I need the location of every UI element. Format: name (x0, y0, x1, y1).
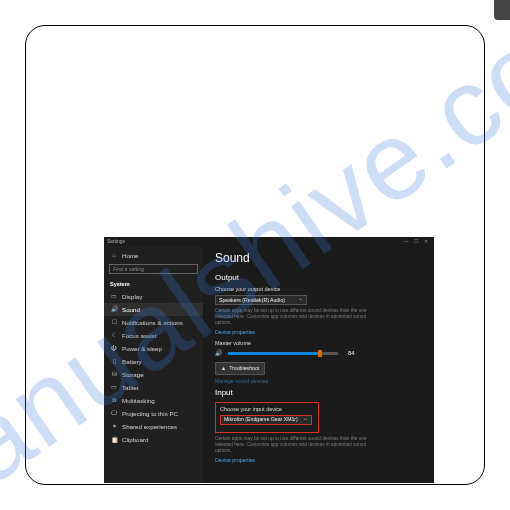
input-choose-label: Choose your input device (220, 406, 314, 413)
output-device-value: Speakers (Realtek(R) Audio) (219, 297, 285, 304)
master-volume-label: Master volume (215, 340, 424, 347)
sidebar-item-label: Display (122, 293, 142, 301)
search-input[interactable]: Find a setting (109, 264, 198, 274)
input-hint: Certain apps may be set up to use differ… (215, 436, 375, 454)
input-device-properties-link[interactable]: Device properties (215, 457, 424, 464)
volume-slider-fill (228, 352, 320, 355)
power-icon: ⏻ (110, 345, 118, 353)
sidebar-section: System (104, 278, 203, 290)
sidebar-item-label: Storage (122, 371, 144, 379)
sidebar-item-label: Notifications & actions (122, 319, 183, 327)
storage-icon: ⛁ (110, 371, 118, 379)
content-pane: Sound Output Choose your output device S… (203, 237, 434, 483)
sound-icon: 🔊 (110, 306, 118, 314)
sidebar-item-label: Power & sleep (122, 345, 162, 353)
volume-slider[interactable] (228, 352, 338, 355)
sidebar-item-label: Sound (122, 306, 140, 314)
input-highlight-box: Choose your input device Mikrofon (Endga… (215, 402, 319, 433)
output-heading: Output (215, 273, 424, 283)
sidebar-home[interactable]: ⌂ Home (104, 249, 203, 262)
sidebar-item-notifications[interactable]: ☐ Notifications & actions (104, 316, 203, 329)
search-placeholder: Find a setting (113, 266, 144, 273)
window-title: Settings (107, 238, 125, 245)
notifications-icon: ☐ (110, 319, 118, 327)
page-corner-stub (494, 0, 510, 20)
settings-window: Settings — ☐ ✕ ⌂ Home Find a setting Sys… (104, 237, 434, 483)
output-device-dropdown[interactable]: Speakers (Realtek(R) Audio) (215, 295, 307, 305)
output-choose-label: Choose your output device (215, 286, 424, 293)
maximize-button[interactable]: ☐ (411, 238, 421, 245)
sidebar-item-battery[interactable]: ▯ Battery (104, 356, 203, 369)
projecting-icon: 🖵 (110, 410, 118, 418)
sidebar-item-label: Focus assist (122, 332, 156, 340)
minimize-button[interactable]: — (401, 238, 411, 245)
sidebar-item-tablet[interactable]: ▭ Tablet (104, 382, 203, 395)
clipboard-icon: 📋 (110, 437, 118, 445)
volume-value: 84 (348, 350, 355, 358)
sidebar-home-label: Home (122, 252, 139, 260)
sidebar-item-label: Projecting to this PC (122, 410, 178, 418)
sidebar-item-projecting[interactable]: 🖵 Projecting to this PC (104, 408, 203, 421)
sidebar-item-label: Shared experiences (122, 423, 177, 431)
speaker-icon: 🔊 (215, 350, 222, 358)
sidebar-item-clipboard[interactable]: 📋 Clipboard (104, 434, 203, 447)
tablet-icon: ▭ (110, 384, 118, 392)
troubleshoot-button[interactable]: ▲ Troubleshoot (215, 362, 265, 375)
sidebar-item-storage[interactable]: ⛁ Storage (104, 369, 203, 382)
input-heading: Input (215, 388, 424, 398)
sidebar-item-sound[interactable]: 🔊 Sound (104, 303, 203, 316)
volume-slider-thumb[interactable] (318, 350, 322, 357)
volume-row: 🔊 84 (215, 350, 424, 358)
output-device-properties-link[interactable]: Device properties (215, 329, 424, 336)
sidebar: ⌂ Home Find a setting System ▭ Display 🔊… (104, 237, 203, 483)
close-button[interactable]: ✕ (421, 238, 431, 245)
titlebar: Settings — ☐ ✕ (104, 237, 434, 246)
input-device-value: Mikrofon (Endgame Gear XM1r) (224, 416, 298, 423)
warning-icon: ▲ (221, 365, 226, 372)
manage-sound-devices-link[interactable]: Manage sound devices (215, 378, 424, 385)
input-device-dropdown[interactable]: Mikrofon (Endgame Gear XM1r) (220, 415, 312, 425)
sidebar-item-label: Battery (122, 358, 142, 366)
outer-frame: Settings — ☐ ✕ ⌂ Home Find a setting Sys… (25, 25, 485, 485)
home-icon: ⌂ (110, 252, 118, 260)
page-title: Sound (215, 251, 424, 267)
output-hint: Certain apps may be set up to use differ… (215, 308, 375, 326)
troubleshoot-label: Troubleshoot (229, 365, 259, 372)
sidebar-item-label: Multitasking (122, 397, 155, 405)
shared-icon: ✶ (110, 423, 118, 431)
sidebar-item-label: Tablet (122, 384, 139, 392)
focus-icon: ☾ (110, 332, 118, 340)
sidebar-item-power[interactable]: ⏻ Power & sleep (104, 342, 203, 355)
battery-icon: ▯ (110, 358, 118, 366)
display-icon: ▭ (110, 293, 118, 301)
sidebar-item-display[interactable]: ▭ Display (104, 290, 203, 303)
multitasking-icon: ⧉ (110, 397, 118, 405)
sidebar-item-focus-assist[interactable]: ☾ Focus assist (104, 329, 203, 342)
sidebar-item-label: Clipboard (122, 436, 148, 444)
sidebar-item-shared[interactable]: ✶ Shared experiences (104, 421, 203, 434)
sidebar-item-multitasking[interactable]: ⧉ Multitasking (104, 395, 203, 408)
